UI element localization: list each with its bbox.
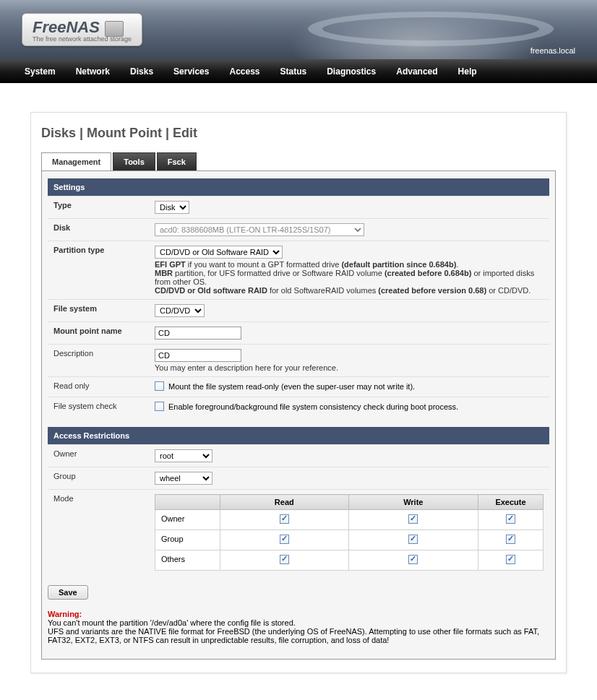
- nav-disks[interactable]: Disks: [120, 66, 163, 77]
- warning-box: Warning: You can't mount the partition '…: [48, 610, 549, 644]
- nav-help[interactable]: Help: [448, 66, 487, 77]
- section-settings: Settings: [48, 178, 549, 196]
- owner-write-checkbox[interactable]: [408, 514, 418, 524]
- others-execute-checkbox[interactable]: [506, 555, 515, 564]
- hostname: freenas.local: [531, 46, 575, 55]
- breadcrumb-edit: Edit: [173, 126, 197, 140]
- group-write-checkbox[interactable]: [408, 535, 418, 544]
- tab-content: Settings Type Disk Disk acd0: 8388608MB …: [41, 170, 556, 660]
- label-disk: Disk: [48, 218, 149, 241]
- product-tagline: The free network attached storage: [33, 35, 132, 43]
- others-write-checkbox[interactable]: [408, 555, 418, 564]
- group-execute-checkbox[interactable]: [506, 535, 515, 544]
- label-mountname: Mount point name: [48, 321, 149, 344]
- breadcrumb-mountpoint: Mount Point: [87, 126, 162, 140]
- mode-hdr-blank: [155, 495, 220, 510]
- type-select[interactable]: Disk: [155, 201, 189, 214]
- tab-bar: Management Tools Fsck: [41, 152, 556, 170]
- breadcrumb: Disks | Mount Point | Edit: [41, 126, 556, 141]
- description-input[interactable]: [155, 349, 241, 362]
- tab-tools[interactable]: Tools: [113, 152, 155, 170]
- label-description: Description: [48, 344, 149, 376]
- warning-line1: You can't mount the partition '/dev/ad0a…: [48, 618, 296, 627]
- mountname-input[interactable]: [155, 327, 241, 340]
- nav-network[interactable]: Network: [66, 66, 120, 77]
- fscheck-checkbox[interactable]: [155, 402, 164, 411]
- label-partition: Partition type: [48, 241, 149, 299]
- group-read-checkbox[interactable]: [280, 535, 289, 544]
- readonly-checkbox[interactable]: [155, 381, 164, 391]
- server-icon: [105, 21, 124, 37]
- header-decor-ring: [308, 12, 554, 46]
- main-nav: System Network Disks Services Access Sta…: [0, 59, 597, 83]
- nav-status[interactable]: Status: [270, 66, 317, 77]
- logo: FreeNAS The free network attached storag…: [22, 13, 142, 46]
- product-name: FreeNAS: [33, 18, 100, 37]
- content-panel: Disks | Mount Point | Edit Management To…: [30, 112, 567, 673]
- label-readonly: Read only: [48, 376, 149, 397]
- mode-hdr-execute: Execute: [478, 495, 544, 510]
- nav-system[interactable]: System: [14, 66, 66, 77]
- warning-line2: UFS and variants are the NATIVE file for…: [48, 627, 539, 644]
- group-select[interactable]: wheel: [155, 472, 212, 485]
- mode-row-group: Group: [155, 530, 544, 550]
- mode-hdr-read: Read: [220, 495, 349, 510]
- label-type: Type: [48, 196, 149, 218]
- fscheck-help: Enable foreground/background file system…: [168, 402, 458, 411]
- nav-services[interactable]: Services: [163, 66, 219, 77]
- owner-select[interactable]: root: [155, 449, 212, 462]
- mode-row-others: Others: [155, 550, 544, 571]
- save-button[interactable]: Save: [48, 585, 88, 600]
- label-mode: Mode: [48, 489, 149, 575]
- owner-read-checkbox[interactable]: [280, 514, 289, 524]
- readonly-help: Mount the file system read-only (even th…: [168, 382, 415, 391]
- filesystem-select[interactable]: CD/DVD: [155, 304, 205, 317]
- partition-type-select[interactable]: CD/DVD or Old Software RAID: [155, 246, 283, 259]
- nav-advanced[interactable]: Advanced: [386, 66, 447, 77]
- section-access: Access Restrictions: [48, 427, 549, 444]
- label-fscheck: File system check: [48, 397, 149, 417]
- nav-access[interactable]: Access: [219, 66, 270, 77]
- app-header: FreeNAS The free network attached storag…: [0, 0, 597, 59]
- disk-select[interactable]: acd0: 8388608MB (LITE-ON LTR-48125S/1S07…: [155, 223, 364, 236]
- description-help: You may enter a description here for you…: [155, 363, 544, 372]
- tab-management[interactable]: Management: [41, 152, 111, 170]
- mode-row-owner: Owner: [155, 510, 544, 530]
- tab-fsck[interactable]: Fsck: [157, 152, 197, 170]
- partition-help: EFI GPT if you want to mount a GPT forma…: [155, 260, 544, 295]
- breadcrumb-disks: Disks: [41, 126, 76, 140]
- mode-hdr-write: Write: [348, 495, 478, 510]
- mode-table: Read Write Execute Owner Group: [155, 494, 544, 571]
- label-filesystem: File system: [48, 299, 149, 321]
- owner-execute-checkbox[interactable]: [506, 514, 515, 524]
- footer: FreeNAS © 2005-2009 by Olivier Cochard-L…: [0, 688, 597, 700]
- nav-diagnostics[interactable]: Diagnostics: [317, 66, 386, 77]
- warning-title: Warning:: [48, 610, 82, 618]
- others-read-checkbox[interactable]: [280, 555, 289, 564]
- label-owner: Owner: [48, 444, 149, 467]
- label-group: Group: [48, 467, 149, 489]
